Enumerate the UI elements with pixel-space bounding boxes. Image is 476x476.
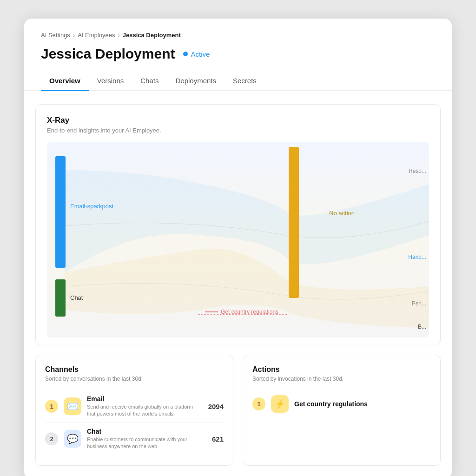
channel-chat-count: 621 bbox=[212, 435, 224, 443]
chat-icon: 💬 bbox=[67, 433, 79, 444]
rank-badge-chat: 2 bbox=[45, 432, 58, 445]
bar-email-sparkpost bbox=[55, 156, 66, 268]
rank-badge-action-1: 1 bbox=[252, 397, 265, 410]
channel-email-desc: Send and receive emails globally on a pl… bbox=[87, 403, 203, 418]
status-label: Active bbox=[191, 50, 210, 58]
breadcrumb-current: Jessica Deployment bbox=[123, 32, 181, 39]
bottom-row: Channels Sorted by conversations in the … bbox=[35, 355, 441, 466]
actions-card: Actions Sorted by invocations in the las… bbox=[243, 355, 441, 466]
breadcrumb-ai-settings[interactable]: AI Settings bbox=[41, 32, 70, 39]
breadcrumb-sep-1: › bbox=[73, 32, 75, 39]
right-label-hand: Hand... bbox=[408, 254, 426, 260]
status-dot bbox=[183, 52, 188, 56]
bar-label-email: Email-sparkpost bbox=[70, 203, 113, 210]
breadcrumb-ai-employees[interactable]: AI Employees bbox=[78, 32, 115, 39]
actions-title: Actions bbox=[252, 365, 431, 374]
xray-chart-svg bbox=[47, 142, 429, 337]
channel-chat-info: Chat Enable customers to communicate wit… bbox=[87, 428, 206, 450]
country-regulations-text: Get country regulations bbox=[221, 309, 278, 315]
bar-label-chat: Chat bbox=[70, 294, 83, 301]
tab-deployments[interactable]: Deployments bbox=[167, 73, 225, 91]
channel-email-info: Email Send and receive emails globally o… bbox=[87, 395, 203, 418]
channel-icon-chat: 💬 bbox=[64, 430, 81, 448]
page-title: Jessica Deployment bbox=[41, 46, 175, 62]
channels-title: Channels bbox=[45, 365, 224, 374]
tab-chats[interactable]: Chats bbox=[132, 73, 167, 91]
action-get-country-name: Get country regulations bbox=[294, 400, 368, 408]
tab-overview[interactable]: Overview bbox=[41, 73, 89, 91]
tabs-nav: Overview Versions Chats Deployments Secr… bbox=[24, 65, 452, 91]
channel-email-count: 2094 bbox=[208, 403, 224, 410]
channel-chat-name: Chat bbox=[87, 428, 206, 435]
xray-subtitle: End-to-end insights into your AI Employe… bbox=[47, 127, 429, 134]
channel-email-name: Email bbox=[87, 395, 203, 403]
status-badge: Active bbox=[183, 50, 210, 58]
breadcrumb-sep-2: › bbox=[118, 32, 119, 39]
xray-title: X-Ray bbox=[47, 116, 429, 125]
xray-chart: Email-sparkpost Chat No action Get count… bbox=[47, 142, 429, 337]
channels-subtitle: Sorted by conversations in the last 30d. bbox=[45, 376, 224, 382]
channel-email-item: 1 ✉️ Email Send and receive emails globa… bbox=[45, 390, 224, 423]
rank-badge-email: 1 bbox=[45, 400, 58, 413]
tab-secrets[interactable]: Secrets bbox=[225, 73, 265, 91]
channels-card: Channels Sorted by conversations in the … bbox=[35, 355, 233, 466]
right-label-pen: Pen... bbox=[412, 300, 426, 307]
bar-chat bbox=[55, 279, 66, 317]
channel-chat-desc: Enable customers to communicate with you… bbox=[87, 436, 206, 450]
right-label-b: B... bbox=[418, 324, 426, 330]
country-regulations-label: Get country regulations bbox=[205, 309, 278, 315]
channel-icon-email: ✉️ bbox=[64, 397, 81, 415]
page-header: Jessica Deployment Active bbox=[24, 43, 452, 62]
actions-subtitle: Sorted by invocations in the last 30d. bbox=[252, 376, 431, 382]
email-icon: ✉️ bbox=[67, 401, 79, 412]
main-window: AI Settings › AI Employees › Jessica Dep… bbox=[24, 19, 452, 476]
page-content: X-Ray End-to-end insights into your AI E… bbox=[24, 91, 452, 476]
bar-no-action bbox=[289, 147, 299, 298]
breadcrumb: AI Settings › AI Employees › Jessica Dep… bbox=[24, 19, 452, 43]
action-get-country: 1 ⚡ Get country regulations bbox=[252, 390, 431, 417]
action-icon-lightning: ⚡ bbox=[271, 395, 289, 413]
bar-label-no-action: No action bbox=[329, 210, 355, 217]
lightning-icon: ⚡ bbox=[275, 399, 285, 409]
channel-chat-item: 2 💬 Chat Enable customers to communicate… bbox=[45, 423, 224, 455]
country-line bbox=[205, 311, 218, 312]
right-label-reso: Reso... bbox=[409, 168, 426, 174]
xray-card: X-Ray End-to-end insights into your AI E… bbox=[35, 104, 441, 345]
tab-versions[interactable]: Versions bbox=[89, 73, 132, 91]
